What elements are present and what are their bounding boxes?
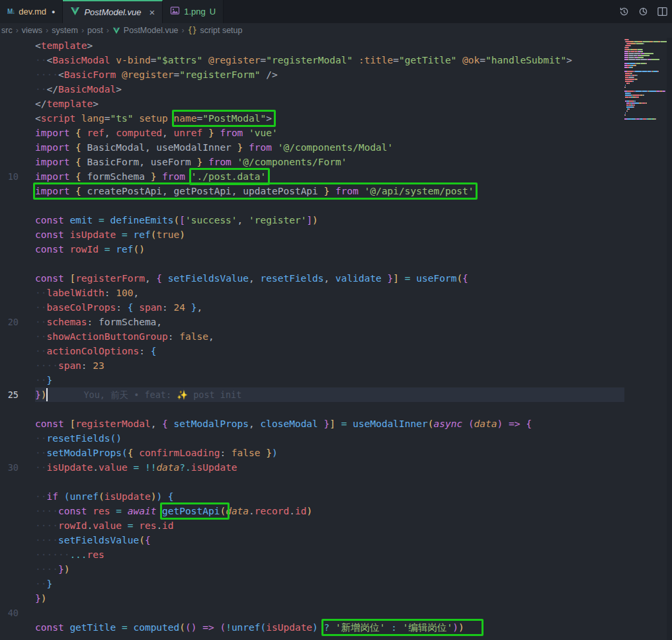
line-number[interactable] [0, 431, 30, 446]
line-number[interactable]: 30 [0, 460, 30, 475]
code-line[interactable]: ··schemas: formSchema, [35, 315, 624, 329]
code-line[interactable]: ··baseColProps: { span: 24 }, [35, 300, 624, 315]
code-line[interactable]: ··if (unref(isUpdate)) { [35, 489, 624, 504]
code-line[interactable]: import { formSchema } from './post.data' [35, 169, 624, 184]
line-number[interactable] [0, 547, 30, 562]
breadcrumb-item-post[interactable]: post [87, 26, 103, 35]
tab-postmodel-vue[interactable]: PostModel.vue × [63, 0, 163, 23]
line-number[interactable] [0, 504, 30, 518]
line-number[interactable] [0, 126, 30, 140]
line-number[interactable] [0, 518, 30, 533]
line-number[interactable] [0, 329, 30, 344]
line-number[interactable] [0, 155, 30, 169]
code-line[interactable]: ··<BasicModal v-bind="$attrs" @register=… [35, 53, 624, 67]
line-number[interactable] [0, 184, 30, 198]
line-number[interactable] [0, 446, 30, 460]
code-line[interactable]: ····rowId.value = res.id [35, 518, 624, 533]
code-line[interactable]: ····setFieldsValue({ [35, 533, 624, 547]
line-number[interactable] [0, 82, 30, 97]
code-line[interactable]: ··labelWidth: 100, [35, 286, 624, 300]
code-line[interactable]: const getTitle = computed(() => (!unref(… [35, 620, 624, 635]
line-number[interactable] [0, 358, 30, 373]
line-number[interactable] [0, 286, 30, 300]
tab-dev-md[interactable]: M↓ dev.md ● [0, 0, 63, 23]
line-number[interactable] [0, 344, 30, 358]
breadcrumb-item-system[interactable]: system [52, 26, 78, 35]
breadcrumb-item-symbol[interactable]: script setup [200, 26, 243, 35]
breadcrumb-item-src[interactable]: src [1, 26, 13, 35]
line-number[interactable] [0, 402, 30, 417]
line-number[interactable] [0, 373, 30, 387]
code-line[interactable]: <script lang="ts" setup name="PostModal"… [35, 111, 624, 126]
code-line[interactable]: const rowId = ref() [35, 242, 624, 257]
line-number[interactable] [0, 111, 30, 126]
code-line[interactable] [35, 606, 624, 620]
line-number[interactable] [0, 620, 30, 635]
code-line[interactable]: ··} [35, 373, 624, 387]
line-number[interactable] [0, 140, 30, 155]
code-line[interactable]: ······...res [35, 547, 624, 562]
code-line[interactable]: ····}) [35, 562, 624, 577]
line-number[interactable] [0, 300, 30, 315]
split-editor-icon[interactable] [657, 6, 668, 17]
line-number[interactable]: 20 [0, 315, 30, 329]
code-line[interactable]: ··isUpdate.value = !!data?.isUpdate [35, 460, 624, 475]
code-line[interactable]: })You, 前天 • feat: ✨ post init [35, 387, 624, 402]
code-line[interactable] [35, 198, 624, 213]
line-number[interactable] [0, 38, 30, 53]
code-line[interactable]: import { ref, computed, unref } from 'vu… [35, 126, 624, 140]
code-line[interactable]: import { BasicModal, useModalInner } fro… [35, 140, 624, 155]
line-number[interactable] [0, 271, 30, 286]
minimap[interactable] [624, 38, 667, 640]
line-number[interactable] [0, 577, 30, 591]
code-line[interactable]: ····span: 23 [35, 358, 624, 373]
code-line[interactable]: <template> [35, 38, 624, 53]
code-line[interactable] [35, 475, 624, 489]
code-line[interactable]: ··resetFields() [35, 431, 624, 446]
line-number[interactable] [0, 227, 30, 242]
code-line[interactable]: ··</BasicModal> [35, 82, 624, 97]
code-line[interactable] [35, 402, 624, 417]
code-line[interactable]: ··} [35, 577, 624, 591]
code-line[interactable]: ··setModalProps({ confirmLoading: false … [35, 446, 624, 460]
line-number[interactable] [0, 198, 30, 213]
compare-changes-icon[interactable] [638, 6, 649, 17]
breadcrumb-item-file[interactable]: PostModel.vue [124, 26, 179, 35]
code-line[interactable]: import { BasicForm, useForm } from '@/co… [35, 155, 624, 169]
line-number[interactable] [0, 213, 30, 227]
code-line[interactable]: </template> [35, 97, 624, 111]
code-line[interactable]: ····const res = await getPostApi(data.re… [35, 504, 624, 518]
scrollbar[interactable] [667, 38, 672, 640]
line-number[interactable] [0, 533, 30, 547]
line-number[interactable] [0, 257, 30, 271]
line-number[interactable] [0, 562, 30, 577]
code-token: ·· [35, 288, 46, 298]
code-line[interactable]: ··showActionButtonGroup: false, [35, 329, 624, 344]
code-line[interactable]: }) [35, 591, 624, 606]
line-number[interactable] [0, 67, 30, 82]
code-area[interactable]: <template>··<BasicModal v-bind="$attrs" … [30, 38, 624, 640]
timeline-icon[interactable] [618, 6, 630, 17]
code-line[interactable]: const [registerForm, { setFieldsValue, r… [35, 271, 624, 286]
tab-1-png[interactable]: 1.png U [163, 0, 224, 23]
line-number[interactable] [0, 489, 30, 504]
code-line[interactable]: ····<BasicForm @register="registerForm" … [35, 67, 624, 82]
close-icon[interactable]: × [149, 7, 155, 17]
line-number[interactable] [0, 417, 30, 431]
code-line[interactable]: ··actionColOptions: { [35, 344, 624, 358]
line-number[interactable] [0, 242, 30, 257]
code-line[interactable]: const emit = defineEmits(['success', 're… [35, 213, 624, 227]
line-number[interactable] [0, 475, 30, 489]
code-line[interactable]: const isUpdate = ref(true) [35, 227, 624, 242]
line-number[interactable]: 40 [0, 606, 30, 620]
line-number[interactable] [0, 53, 30, 67]
line-number[interactable] [0, 591, 30, 606]
line-number[interactable]: 25 [0, 387, 30, 402]
line-number[interactable] [0, 97, 30, 111]
code-line[interactable]: import { createPostApi, getPostApi, upda… [35, 184, 624, 198]
code-line[interactable] [35, 257, 624, 271]
code-token: isUpdate [266, 622, 312, 633]
code-line[interactable]: const [registerModal, { setModalProps, c… [35, 417, 624, 431]
line-number[interactable]: 10 [0, 169, 30, 184]
breadcrumb-item-views[interactable]: views [22, 26, 42, 35]
